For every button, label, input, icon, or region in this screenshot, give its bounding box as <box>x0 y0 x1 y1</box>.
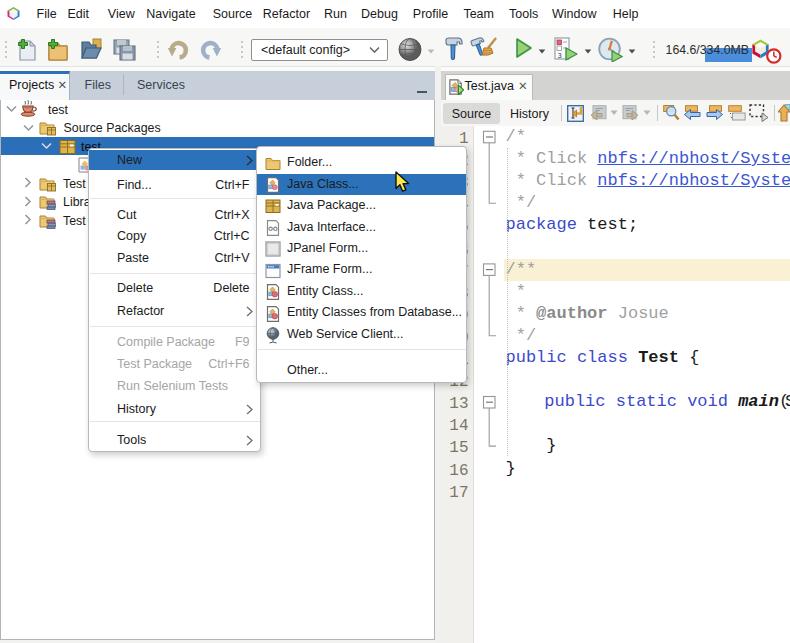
svg-text:3: 3 <box>558 52 562 59</box>
